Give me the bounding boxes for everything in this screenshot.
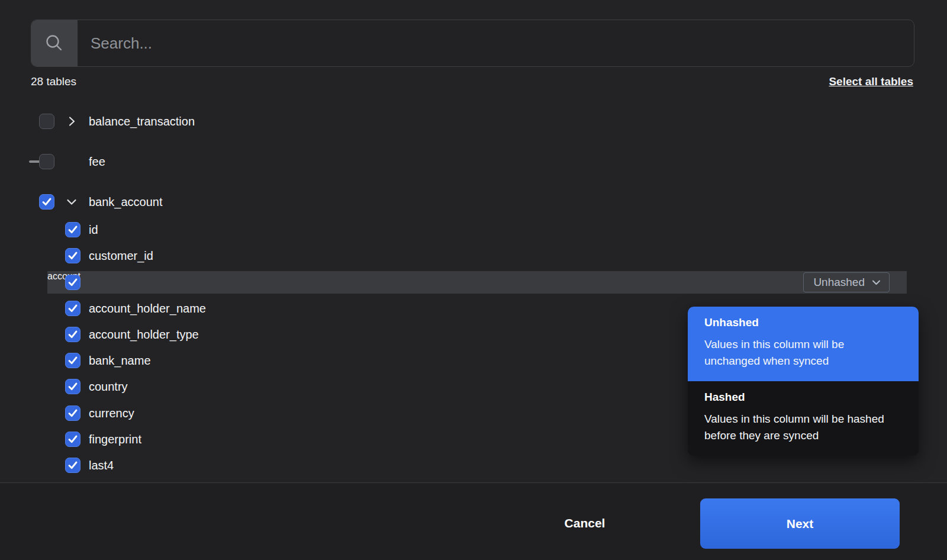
hash-mode-select[interactable]: Unhashed [803,272,890,292]
search-icon [44,33,65,53]
column-name: country [89,380,128,394]
table-name: bank_account [89,195,163,209]
table-row[interactable]: fee [0,150,947,173]
checkbox[interactable] [39,154,54,169]
option-title: Hashed [704,391,903,404]
option-title: Unhashed [704,316,903,329]
checkbox[interactable] [39,114,54,129]
cancel-button[interactable]: Cancel [545,509,625,538]
option-description: Values in this column will be unchanged … [704,336,903,369]
search-input[interactable] [78,20,914,66]
table-picker-modal: 28 tables Select all tables balance_tran… [0,0,947,560]
checkbox[interactable] [65,432,80,447]
checkbox[interactable] [65,248,80,263]
checkbox[interactable] [65,301,80,316]
column-name: id [89,223,98,237]
option-description: Values in this column will be hashed bef… [704,411,903,444]
chevron-down-icon[interactable] [65,195,78,208]
list-header: 28 tables Select all tables [31,73,913,91]
column-name: fingerprint [89,433,141,446]
table-name: balance_transaction [89,115,195,128]
column-name: account_holder_type [89,328,199,342]
checkbox[interactable] [65,405,80,421]
table-count: 28 tables [31,75,76,88]
select-all-tables-link[interactable]: Select all tables [829,75,913,88]
table-row[interactable]: bank_account [0,191,947,213]
checkbox[interactable] [65,275,80,290]
column-name: currency [89,407,134,420]
checkbox[interactable] [65,353,80,368]
column-name: customer_id [89,249,153,263]
column-name: last4 [89,459,114,472]
table-row[interactable]: balance_transaction [0,110,947,133]
checkbox[interactable] [39,194,54,210]
table-name: fee [89,155,105,169]
hash-mode-dropdown-menu: Unhashed Values in this column will be u… [688,307,919,456]
checkbox[interactable] [65,222,80,237]
column-row[interactable]: last4 [0,454,947,477]
column-name: bank_name [89,354,151,368]
column-name: account_holder_name [89,302,206,316]
column-row[interactable]: customer_id [0,244,947,267]
column-row[interactable]: id [0,218,947,241]
search-icon-box [31,20,78,66]
checkbox[interactable] [65,379,80,394]
chevron-right-icon[interactable] [65,115,78,128]
column-row-account-highlighted[interactable]: account Unhashed [47,271,907,294]
checkbox[interactable] [65,327,80,342]
hash-mode-value: Unhashed [813,276,865,289]
dropdown-option-unhashed[interactable]: Unhashed Values in this column will be u… [688,307,919,381]
next-button[interactable]: Next [700,498,900,549]
checkbox[interactable] [65,458,80,473]
chevron-down-icon [871,277,882,288]
dropdown-option-hashed[interactable]: Hashed Values in this column will be has… [688,381,919,456]
search-bar [31,20,914,67]
